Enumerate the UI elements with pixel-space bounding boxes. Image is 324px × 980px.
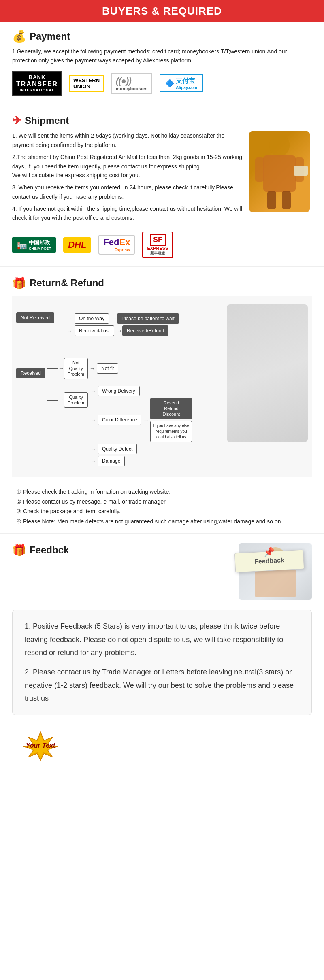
feedback-title: 🎁 Feedbck [12, 543, 69, 557]
shipment-content: 1. We will sent the items within 2-5days… [12, 131, 312, 226]
payment-section: 💰 Payment 1.Generally, we accept the fol… [0, 22, 324, 101]
star-badge: Your Text [12, 727, 69, 764]
shipment-point-4: 4. If you have not got it within the shi… [12, 204, 243, 223]
payment-icon: 💰 [12, 30, 26, 43]
shipment-title: ✈ Shipment [12, 114, 312, 127]
header-title: BUYERS & REQUIRED [102, 5, 222, 17]
note-1: ① Please check the tracking in formation… [16, 487, 312, 496]
svg-point-0 [269, 134, 290, 157]
fedex-logo: FedEx Express [98, 235, 135, 255]
flowchart: Not Received → [16, 304, 308, 469]
feedback-image-area: Feedback [231, 543, 312, 604]
payment-logos-container: BANK TRANSFER INTERNATIONAL WESTERN UNIO… [12, 71, 312, 96]
please-wait-box: Please be patient to wait [117, 313, 179, 324]
shipment-icon: ✈ [12, 114, 21, 127]
refund-title: 🎁 Return& Refund [12, 276, 312, 290]
quality-problem-box: QualityProblem [64, 392, 88, 408]
bank-transfer-logo: BANK TRANSFER INTERNATIONAL [12, 71, 62, 96]
page-header: BUYERS & REQUIRED [0, 0, 324, 22]
svg-rect-6 [294, 166, 308, 176]
feedback-point-1: 1. Positive Feedback (5 Stars) is very i… [25, 620, 299, 659]
wrong-delivery-box: Wrong Delivery [98, 386, 140, 396]
not-received-box: Not Received [16, 312, 54, 323]
delivery-person-image [249, 131, 310, 212]
received-box: Received [16, 368, 45, 378]
dhl-logo: DHL [63, 237, 91, 253]
shipment-point-1: 1. We will sent the items within 2-5days… [12, 131, 243, 149]
alipay-logo: 🔷 支付宝 Alipay.com [160, 74, 203, 92]
shipment-image-area [247, 131, 312, 226]
western-union-logo: WESTERN UNION [69, 75, 104, 92]
svg-rect-5 [282, 191, 291, 209]
shipment-title-text: Shipment [25, 115, 69, 126]
flowchart-container: Not Received → [12, 296, 312, 477]
moneybookers-logo: ((●)) moneybookers [111, 73, 152, 94]
damage-box: Damage [98, 456, 125, 466]
feedback-title-text: Feedbck [30, 544, 69, 556]
note-2: ② Please contact us by meesage, e-mail, … [16, 497, 312, 506]
not-quality-box: NotQualityProblem [64, 358, 88, 379]
shipment-point-3: 3. When you receive the items you ordere… [12, 183, 243, 201]
feedback-notepad: Feedback [234, 550, 304, 573]
note-4: ④ Please Note: Men made defects are not … [16, 517, 312, 526]
not-fit-box: Not fit [97, 363, 118, 374]
refund-notes: ① Please check the tracking in formation… [12, 483, 312, 526]
color-difference-box: Color Difference [98, 415, 141, 425]
shipment-point-2: 2.The shipment by China Post Registered … [12, 153, 243, 180]
refund-section: 🎁 Return& Refund Not Received [0, 269, 324, 531]
feedback-section: 🎁 Feedbck Feedback 1. Positive Feedback … [0, 536, 324, 723]
feedback-notepad-text: Feedback [254, 557, 285, 565]
on-the-way-box: On the Way [75, 313, 109, 324]
svg-rect-1 [263, 155, 296, 192]
sf-express-logo: SF EXPRESS 顺丰速运 [142, 232, 173, 258]
feedback-icon: 🎁 [12, 543, 26, 557]
payment-title-text: Payment [30, 31, 70, 42]
received-refund-box: Received/Refund [122, 325, 168, 336]
badge-text: Your Text [26, 742, 55, 749]
svg-rect-4 [267, 191, 276, 209]
if-requirements-box: If you have any elserequirements youcoul… [150, 421, 192, 442]
refund-icon: 🎁 [12, 276, 26, 290]
feedback-text-area: 1. Positive Feedback (5 Stars) is very i… [12, 610, 312, 715]
received-lost-box: Received/Lost [75, 325, 114, 336]
feedback-point-2: 2. Please contact us by Trade Manager or… [25, 665, 299, 705]
payment-description: 1.Generally, we accept the following pay… [12, 47, 312, 65]
note-3: ③ Check the package and Item, carefully. [16, 507, 312, 516]
shipment-text: 1. We will sent the items within 2-5days… [12, 131, 243, 226]
payment-title: 💰 Payment [12, 30, 312, 43]
bottom-badge-area: Your Text [0, 723, 324, 772]
refund-title-text: Return& Refund [30, 277, 104, 289]
chinapost-logo: 🏣 中国邮政 CHINA POST [12, 237, 56, 253]
quality-defect-box: Quality Defect [98, 444, 137, 454]
svg-rect-2 [255, 157, 264, 182]
carrier-logos-container: 🏣 中国邮政 CHINA POST DHL FedEx Express SF E… [12, 232, 312, 258]
resend-box: ResendRefundDiscount [150, 398, 192, 419]
shipment-section: ✈ Shipment 1. We will sent the items wit… [0, 106, 324, 264]
